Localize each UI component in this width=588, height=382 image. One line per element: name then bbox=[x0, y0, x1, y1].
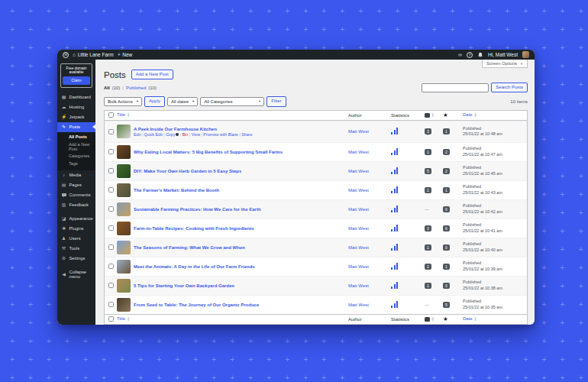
like-count-badge[interactable]: 1 bbox=[443, 128, 450, 134]
row-checkbox[interactable] bbox=[108, 168, 114, 173]
like-count-badge[interactable]: 2 bbox=[443, 149, 450, 155]
post-title-link[interactable]: Why Eating Local Matters: 5 Big Benefits… bbox=[134, 150, 283, 154]
comment-count-badge[interactable]: 1 bbox=[425, 244, 431, 251]
post-thumbnail[interactable] bbox=[117, 279, 131, 293]
post-thumbnail[interactable] bbox=[117, 241, 131, 254]
view-published-link[interactable]: Published bbox=[126, 86, 146, 90]
stats-bars-icon[interactable] bbox=[391, 301, 399, 308]
infinity-icon[interactable]: ∞ bbox=[458, 52, 462, 57]
like-count-badge[interactable]: 2 bbox=[443, 168, 450, 174]
author-link[interactable]: Matt West bbox=[348, 303, 369, 307]
bell-icon[interactable] bbox=[477, 52, 483, 58]
add-new-post-button[interactable]: Add a New Post bbox=[131, 70, 173, 79]
sidebar-item-media[interactable]: ♪Media bbox=[57, 170, 95, 180]
row-action-view[interactable]: View bbox=[192, 132, 200, 137]
post-title-link[interactable]: The Farmer's Market: Behind the Booth bbox=[134, 188, 219, 193]
author-link[interactable]: Matt West bbox=[348, 150, 369, 154]
post-title-link[interactable]: The Seasons of Farming: What We Grow and… bbox=[134, 245, 245, 250]
apply-button[interactable]: Apply bbox=[144, 96, 165, 106]
comment-count-badge[interactable]: 1 bbox=[425, 283, 431, 289]
post-title-link[interactable]: Sustainable Farming Practices: How We Ca… bbox=[134, 207, 261, 212]
wordpress-logo-icon[interactable]: W bbox=[63, 52, 69, 58]
comment-count-badge[interactable]: 3 bbox=[425, 225, 431, 231]
like-count-badge[interactable]: 6 bbox=[443, 225, 450, 231]
like-count-badge[interactable]: 1 bbox=[443, 264, 450, 270]
stats-bars-icon[interactable] bbox=[391, 244, 399, 251]
date-sort-link[interactable]: Date▲▼ bbox=[463, 316, 477, 321]
like-count-badge[interactable]: 0 bbox=[443, 244, 450, 251]
stats-bars-icon[interactable] bbox=[391, 167, 399, 174]
avatar[interactable] bbox=[522, 51, 529, 58]
screen-options-button[interactable]: Screen Options ▼ bbox=[482, 60, 528, 68]
row-checkbox[interactable] bbox=[108, 129, 114, 134]
sidebar-subitem-all-posts[interactable]: All Posts bbox=[69, 134, 94, 141]
sidebar-item-comments[interactable]: Comments bbox=[57, 190, 95, 200]
like-count-badge[interactable]: 5 bbox=[443, 302, 450, 308]
stats-bars-icon[interactable] bbox=[391, 263, 399, 270]
post-thumbnail[interactable] bbox=[117, 260, 131, 274]
bulk-actions-select[interactable]: Bulk Actions ▾ bbox=[104, 97, 142, 106]
sidebar-item-plugins[interactable]: ✚Plugins bbox=[57, 224, 95, 234]
stats-bars-icon[interactable] bbox=[391, 186, 399, 193]
row-checkbox[interactable] bbox=[108, 149, 114, 154]
stats-bars-icon[interactable] bbox=[391, 128, 399, 134]
sidebar-item-settings[interactable]: ⚙Settings bbox=[57, 254, 95, 264]
dates-select[interactable]: All dates ▾ bbox=[167, 97, 198, 106]
stats-bars-icon[interactable] bbox=[391, 206, 399, 212]
help-icon[interactable]: ? bbox=[467, 52, 473, 58]
row-action-promote-with-blaze[interactable]: Promote with Blaze bbox=[203, 132, 238, 137]
post-title-link[interactable]: 5 Tips for Starting Your Own Backyard Ga… bbox=[134, 283, 234, 288]
post-title-link[interactable]: From Seed to Table: The Journey of Our O… bbox=[134, 303, 259, 307]
claim-domain-button[interactable]: Claim bbox=[63, 76, 90, 85]
sidebar-subitem-tags[interactable]: Tags bbox=[69, 160, 94, 167]
row-action-quick-edit[interactable]: Quick Edit bbox=[144, 132, 162, 137]
sidebar-item-feedback[interactable]: ▧Feedback bbox=[57, 200, 95, 210]
sidebar-subitem-categories[interactable]: Categories bbox=[69, 153, 94, 160]
comment-count-badge[interactable]: 5 bbox=[425, 168, 431, 174]
title-sort-link[interactable]: Title▲▼ bbox=[117, 316, 130, 321]
post-title-link[interactable]: A Peek Inside Our Farmhouse Kitchen bbox=[134, 127, 252, 131]
sidebar-subitem-add-a-new-post[interactable]: Add a New Post bbox=[69, 141, 94, 153]
row-checkbox[interactable] bbox=[108, 187, 114, 193]
sidebar-item-hosting[interactable]: ☁Hosting bbox=[57, 102, 95, 112]
row-action-edit[interactable]: Edit bbox=[134, 132, 141, 137]
like-count-badge[interactable]: 0 bbox=[443, 283, 450, 289]
row-checkbox[interactable] bbox=[108, 283, 114, 288]
author-link[interactable]: Matt West bbox=[348, 283, 369, 288]
filter-button[interactable]: Filter bbox=[267, 96, 286, 106]
post-thumbnail[interactable] bbox=[117, 164, 131, 178]
sidebar-item-pages[interactable]: ▤Pages bbox=[57, 180, 95, 190]
sidebar-item-jetpack[interactable]: ⚡Jetpack bbox=[57, 112, 95, 122]
comment-count-badge[interactable]: 3 bbox=[425, 128, 431, 134]
post-title-link[interactable]: Farm-to-Table Recipes: Cooking with Fres… bbox=[134, 226, 254, 231]
select-all-checkbox[interactable] bbox=[108, 112, 114, 118]
post-thumbnail[interactable] bbox=[117, 298, 131, 312]
row-checkbox[interactable] bbox=[108, 264, 114, 269]
view-all-link[interactable]: All bbox=[104, 86, 110, 90]
author-link[interactable]: Matt West bbox=[348, 207, 369, 212]
row-checkbox[interactable] bbox=[108, 244, 114, 250]
author-link[interactable]: Matt West bbox=[348, 129, 369, 134]
search-posts-button[interactable]: Search Posts bbox=[491, 83, 528, 92]
row-action-copy[interactable]: Copy bbox=[166, 132, 175, 137]
author-link[interactable]: Matt West bbox=[348, 188, 369, 193]
row-action-share[interactable]: Share bbox=[241, 132, 252, 137]
new-post-menu[interactable]: + New bbox=[118, 52, 133, 57]
categories-select[interactable]: All Categories ▾ bbox=[200, 97, 264, 106]
stats-bars-icon[interactable] bbox=[391, 282, 399, 289]
comment-count-badge[interactable]: 1 bbox=[425, 149, 431, 155]
search-input[interactable] bbox=[422, 83, 489, 92]
post-thumbnail[interactable] bbox=[117, 202, 131, 216]
like-count-badge[interactable]: 1 bbox=[443, 187, 450, 193]
author-link[interactable]: Matt West bbox=[348, 245, 369, 250]
date-sort-link[interactable]: Date▲▼ bbox=[463, 112, 477, 117]
row-checkbox[interactable] bbox=[108, 225, 114, 231]
row-checkbox[interactable] bbox=[108, 302, 114, 307]
title-sort-link[interactable]: Title▲▼ bbox=[117, 112, 130, 117]
post-title-link[interactable]: Meet the Animals: A Day in the Life of O… bbox=[134, 264, 255, 269]
post-thumbnail[interactable] bbox=[117, 183, 131, 197]
post-thumbnail[interactable] bbox=[117, 125, 131, 138]
stats-bars-icon[interactable] bbox=[391, 225, 399, 231]
sidebar-item-collapse[interactable]: ◀Collapse menu bbox=[57, 267, 95, 282]
comment-count-badge[interactable]: 2 bbox=[425, 264, 431, 270]
